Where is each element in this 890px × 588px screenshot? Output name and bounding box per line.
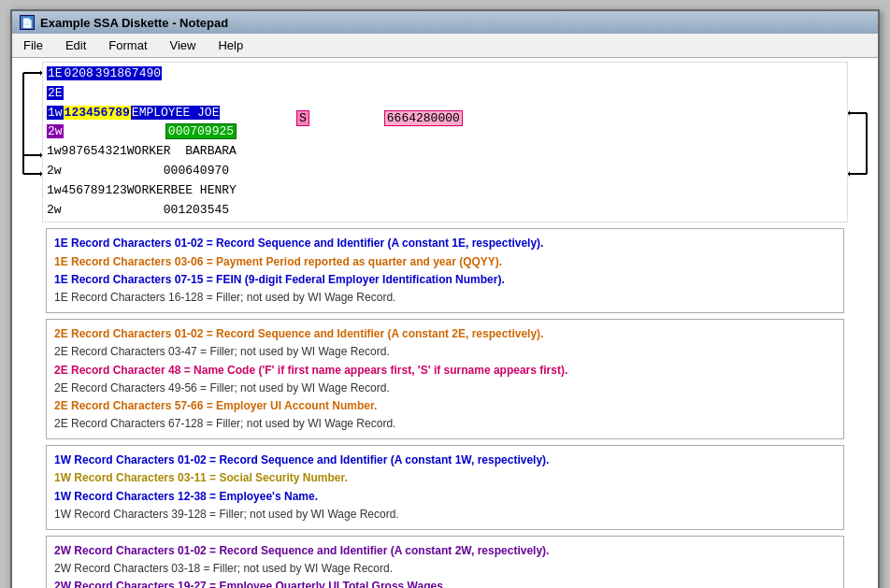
desc-2e-line4: 2E Record Characters 49-56 = Filler; not… bbox=[54, 380, 836, 397]
desc-1e-line2: 1E Record Characters 03-06 = Payment Per… bbox=[54, 253, 836, 271]
window-title: Example SSA Diskette - Notepad bbox=[40, 16, 228, 30]
text-line-7: 1w456789123WORKERBEE HENRY bbox=[47, 181, 843, 201]
text-line-5: 1w987654321WORKER BARBARA bbox=[47, 142, 843, 162]
hl-fein: 391867490 bbox=[94, 66, 162, 80]
desc-2e-line1: 2E Record Characters 01-02 = Record Sequ… bbox=[54, 325, 836, 343]
hl-wages: 000709925 bbox=[165, 123, 237, 139]
svg-marker-9 bbox=[848, 110, 850, 116]
hl-0208: 0208 bbox=[64, 66, 94, 80]
desc-1w-line2: 1W Record Characters 03-11 = Social Secu… bbox=[54, 469, 836, 487]
desc-2w-line3: 2W Record Characters 19-27 = Employee Qu… bbox=[54, 578, 836, 588]
title-bar: 📄 Example SSA Diskette - Notepad bbox=[12, 11, 878, 34]
text-line-6: 2w 000640970 bbox=[47, 162, 843, 181]
desc-2w-line1: 2W Record Characters 01-02 = Record Sequ… bbox=[54, 542, 836, 560]
desc-2w-line2: 2W Record Characters 03-18 = Filler; not… bbox=[54, 560, 836, 578]
special-line: S 6664280000 bbox=[296, 110, 463, 126]
right-arrows-svg bbox=[848, 62, 874, 588]
desc-1w-line3: 1W Record Characters 12-38 = Employee's … bbox=[54, 488, 836, 506]
content-area: 1E0208391867490 2E 1w123456789EMPLOYEE J… bbox=[12, 58, 878, 588]
menu-file[interactable]: File bbox=[20, 36, 47, 54]
desc-2e-line6: 2E Record Characters 67-128 = Filler; no… bbox=[54, 415, 836, 433]
special-number-badge: 6664280000 bbox=[384, 110, 463, 126]
hl-1w: 1w bbox=[47, 106, 64, 120]
hl-1e: 1E bbox=[47, 66, 64, 80]
desc-2e-line2: 2E Record Characters 03-47 = Filler; not… bbox=[54, 343, 836, 361]
menu-bar: File Edit Format View Help bbox=[12, 34, 878, 58]
desc-box-1w: 1W Record Characters 01-02 = Record Sequ… bbox=[46, 445, 844, 530]
text-line-8: 2w 001203545 bbox=[47, 201, 843, 221]
desc-box-2w: 2W Record Characters 01-02 = Record Sequ… bbox=[46, 536, 844, 588]
desc-2e-line5: 2E Record Characters 57-66 = Employer UI… bbox=[54, 397, 836, 415]
desc-box-1e: 1E Record Characters 01-02 = Record Sequ… bbox=[46, 228, 844, 313]
text-line-1: 1E0208391867490 bbox=[47, 65, 843, 84]
desc-box-2e: 2E Record Characters 01-02 = Record Sequ… bbox=[46, 319, 844, 439]
hl-2w: 2w bbox=[47, 124, 64, 138]
menu-edit[interactable]: Edit bbox=[62, 36, 90, 54]
notepad-window: 📄 Example SSA Diskette - Notepad File Ed… bbox=[10, 9, 880, 588]
desc-1e-line1: 1E Record Characters 01-02 = Record Sequ… bbox=[54, 235, 836, 252]
menu-view[interactable]: View bbox=[166, 36, 200, 54]
notepad-text-area: 1E0208391867490 2E 1w123456789EMPLOYEE J… bbox=[42, 62, 848, 222]
center-panel: 1E0208391867490 2E 1w123456789EMPLOYEE J… bbox=[42, 62, 848, 588]
hl-name: EMPLOYEE JOE bbox=[131, 106, 221, 120]
left-arrows-svg bbox=[16, 62, 42, 566]
desc-1w-line1: 1W Record Characters 01-02 = Record Sequ… bbox=[54, 452, 836, 469]
svg-marker-13 bbox=[848, 171, 850, 177]
text-line-2: 2E bbox=[47, 84, 843, 104]
menu-format[interactable]: Format bbox=[105, 36, 151, 54]
desc-1e-line4: 1E Record Characters 16-128 = Filler; no… bbox=[54, 289, 836, 307]
desc-1w-line4: 1W Record Characters 39-128 = Filler; no… bbox=[54, 506, 836, 523]
hl-ssn: 123456789 bbox=[64, 106, 131, 120]
special-s-badge: S bbox=[296, 110, 309, 126]
desc-2e-line3: 2E Record Character 48 = Name Code ('F' … bbox=[54, 362, 836, 380]
menu-help[interactable]: Help bbox=[214, 36, 247, 54]
app-icon: 📄 bbox=[20, 15, 35, 30]
desc-1e-line3: 1E Record Characters 07-15 = FEIN (9-dig… bbox=[54, 271, 836, 289]
hl-2e: 2E bbox=[47, 86, 64, 100]
